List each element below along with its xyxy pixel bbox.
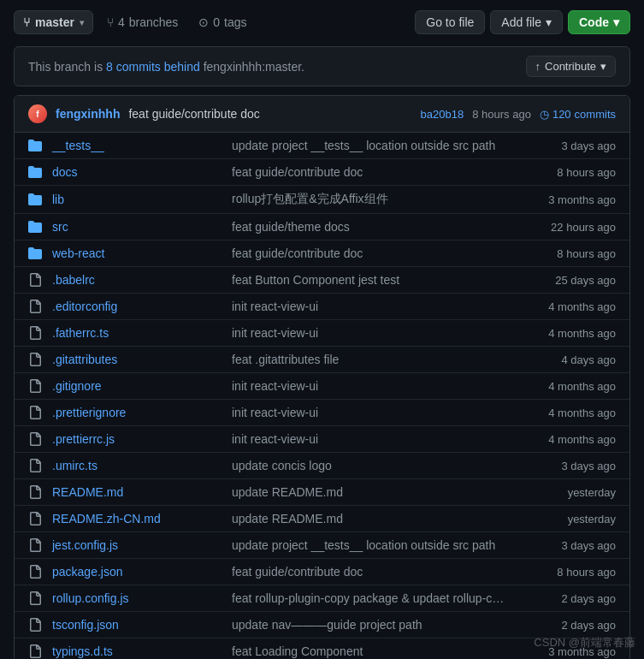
- commits-behind-link[interactable]: 8 commits behind: [106, 60, 200, 74]
- file-icon: [28, 644, 44, 658]
- commit-hash[interactable]: ba20b18: [421, 108, 464, 121]
- file-name[interactable]: tsconfig.json: [52, 618, 223, 632]
- add-file-chevron-icon: ▾: [546, 15, 552, 29]
- table-row: README.zh-CN.md update README.md yesterd…: [15, 506, 629, 532]
- code-chevron-icon: ▾: [613, 15, 619, 29]
- file-icon: [28, 379, 44, 393]
- file-time: 4 months ago: [513, 327, 616, 340]
- file-icon: [28, 353, 44, 366]
- file-time: 4 months ago: [513, 407, 616, 419]
- file-name[interactable]: .prettierrc.js: [52, 432, 223, 446]
- file-icon: [28, 406, 44, 419]
- table-row: web-react feat guide/contribute doc 8 ho…: [15, 240, 629, 267]
- file-commit-message: init react-view-ui: [232, 406, 505, 419]
- file-icon: [28, 485, 44, 499]
- tags-label: tags: [224, 15, 246, 29]
- file-name[interactable]: rollup.config.js: [52, 591, 223, 605]
- file-commit-message: feat Button Component jest test: [232, 273, 505, 287]
- file-name[interactable]: .babelrc: [52, 273, 223, 287]
- code-label: Code: [579, 15, 609, 29]
- table-row: .babelrc feat Button Component jest test…: [15, 267, 629, 294]
- branch-icon: ⑂: [23, 15, 30, 29]
- goto-file-label: Go to file: [426, 15, 474, 29]
- commits-link[interactable]: ◷ 120 commits: [540, 108, 616, 121]
- file-commit-message: init react-view-ui: [232, 432, 505, 446]
- file-name[interactable]: package.json: [52, 565, 223, 579]
- file-name[interactable]: README.zh-CN.md: [52, 512, 223, 525]
- file-name[interactable]: .gitattributes: [52, 353, 223, 366]
- file-commit-message: update nav———guide project path: [232, 618, 505, 632]
- header-actions: Go to file Add file ▾ Code ▾: [415, 10, 630, 34]
- table-row: docs feat guide/contribute doc 8 hours a…: [15, 159, 629, 186]
- contribute-button[interactable]: ↑ Contribute ▾: [526, 56, 616, 77]
- tags-pill[interactable]: ⊙ 0 tags: [192, 11, 253, 33]
- file-commit-message: rollup打包配置&完成Affix组件: [232, 192, 505, 207]
- branches-count: 4: [118, 15, 125, 29]
- file-icon: [28, 432, 44, 446]
- table-row: README.md update README.md yesterday: [15, 479, 629, 506]
- file-name[interactable]: jest.config.js: [52, 538, 223, 552]
- table-row: .editorconfig init react-view-ui 4 month…: [15, 294, 629, 320]
- file-time: 8 hours ago: [513, 166, 616, 179]
- page: ⑂ master ▾ ⑂ 4 branches ⊙ 0 tags Go to f…: [0, 0, 644, 659]
- commit-time: 8 hours ago: [472, 108, 531, 121]
- file-icon: [28, 538, 44, 552]
- latest-commit-message: feat guide/contribute doc: [128, 107, 259, 121]
- file-name[interactable]: .umirc.ts: [52, 459, 223, 472]
- tags-count: 0: [213, 15, 220, 29]
- commits-label: commits: [575, 108, 616, 121]
- file-rows-container: __tests__ update project __tests__ locat…: [15, 133, 629, 659]
- file-time: 4 months ago: [513, 433, 616, 446]
- file-name[interactable]: docs: [52, 165, 223, 179]
- file-commit-message: feat guide/contribute doc: [232, 165, 505, 179]
- file-name[interactable]: typings.d.ts: [52, 644, 223, 658]
- file-time: 3 days ago: [513, 140, 616, 152]
- file-name[interactable]: __tests__: [52, 139, 223, 152]
- file-name[interactable]: web-react: [52, 246, 223, 260]
- file-time: 2 days ago: [513, 619, 616, 632]
- file-time: 8 hours ago: [513, 247, 616, 260]
- contribute-label: Contribute: [545, 60, 596, 73]
- file-name[interactable]: .prettierignore: [52, 406, 223, 419]
- table-row: __tests__ update project __tests__ locat…: [15, 133, 629, 159]
- code-button[interactable]: Code ▾: [568, 10, 630, 34]
- notice-text-after: fengxinhhh:master.: [204, 60, 304, 74]
- file-name[interactable]: .gitignore: [52, 379, 223, 393]
- file-name[interactable]: lib: [52, 193, 223, 206]
- branch-tags-group: ⑂ master ▾ ⑂ 4 branches ⊙ 0 tags: [14, 10, 254, 34]
- file-icon: [28, 565, 44, 579]
- file-name[interactable]: .fatherrc.ts: [52, 326, 223, 340]
- file-time: 3 months ago: [513, 193, 616, 206]
- contribute-chevron-icon: ▾: [600, 60, 606, 73]
- table-row: lib rollup打包配置&完成Affix组件 3 months ago: [15, 186, 629, 214]
- branch-selector[interactable]: ⑂ master ▾: [14, 10, 93, 34]
- file-time: 3 days ago: [513, 539, 616, 552]
- add-file-button[interactable]: Add file ▾: [490, 10, 563, 34]
- file-commit-message: feat guide/theme docs: [232, 220, 505, 234]
- file-time: 22 hours ago: [513, 221, 616, 234]
- file-time: 8 hours ago: [513, 566, 616, 579]
- watermark: CSDN @前端常春藤: [534, 635, 635, 650]
- file-name[interactable]: .editorconfig: [52, 300, 223, 313]
- file-commit-message: update project __tests__ location outsid…: [232, 139, 505, 152]
- file-name[interactable]: README.md: [52, 485, 223, 499]
- folder-icon: [28, 220, 44, 234]
- file-icon: [28, 512, 44, 525]
- file-name[interactable]: src: [52, 220, 223, 234]
- file-icon: [28, 300, 44, 313]
- file-commit-message: feat rollup-plugin-copy package & updaet…: [232, 591, 505, 605]
- repo-username[interactable]: fengxinhhh: [56, 107, 120, 121]
- file-commit-message: feat guide/contribute doc: [232, 565, 505, 579]
- branch-name: master: [35, 15, 74, 29]
- table-row: jest.config.js update project __tests__ …: [15, 532, 629, 559]
- file-commit-message: init react-view-ui: [232, 326, 505, 340]
- file-commit-message: feat guide/contribute doc: [232, 246, 505, 260]
- branches-label: branches: [129, 15, 179, 29]
- repo-meta-row: f fengxinhhh feat guide/contribute doc b…: [15, 96, 629, 133]
- file-commit-message: init react-view-ui: [232, 379, 505, 393]
- commits-count: 120: [552, 108, 571, 121]
- file-icon: [28, 459, 44, 472]
- folder-icon: [28, 246, 44, 260]
- branches-pill[interactable]: ⑂ 4 branches: [100, 11, 185, 33]
- goto-file-button[interactable]: Go to file: [415, 10, 485, 34]
